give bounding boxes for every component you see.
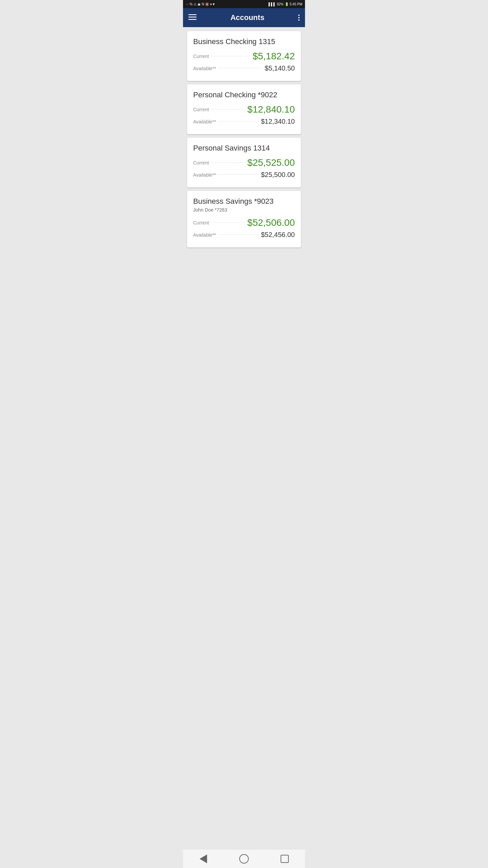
dots-6: [218, 174, 259, 175]
available-amount-2: $12,340.10: [261, 118, 295, 125]
nfc-icon: N: [202, 2, 204, 6]
dots-1: [211, 56, 251, 56]
signal-icon: ▌▌▌: [268, 2, 276, 6]
available-label-3: Available**: [193, 172, 216, 178]
dots-5: [211, 162, 245, 163]
available-balance-row-4: Available** $52,456.00: [193, 231, 295, 239]
account-name-3: Personal Savings 1314: [193, 144, 295, 153]
current-label-4: Current: [193, 220, 209, 225]
available-balance-row-1: Available** $5,140.50: [193, 64, 295, 72]
more-dot-3: [298, 19, 300, 21]
current-balance-row-1: Current $5,182.42: [193, 51, 295, 62]
status-right: ▌▌▌ 92% 🔋 5:45 PM: [268, 2, 302, 6]
account-card-3[interactable]: Personal Savings 1314 Current $25,525.00…: [187, 138, 301, 188]
available-amount-3: $25,500.00: [261, 171, 295, 179]
current-label-3: Current: [193, 160, 209, 165]
dots-4: [218, 121, 259, 121]
more-options-button[interactable]: [298, 15, 300, 21]
account-name-4: Business Savings *9023: [193, 197, 295, 206]
available-balance-row-3: Available** $25,500.00: [193, 171, 295, 179]
account-card-1[interactable]: Business Checking 1315 Current $5,182.42…: [187, 31, 301, 81]
svg-rect-2: [188, 19, 197, 20]
more-dot-1: [298, 15, 300, 16]
available-amount-1: $5,140.50: [265, 64, 295, 72]
available-label-4: Available**: [193, 232, 216, 238]
app-bar: Accounts: [183, 8, 305, 27]
more-dot-2: [298, 17, 300, 18]
current-amount-1: $5,182.42: [252, 51, 295, 62]
page-title: Accounts: [230, 13, 264, 22]
account-name-2: Personal Checking *9022: [193, 91, 295, 99]
dots-7: [211, 222, 245, 223]
warning-icon: ⚠: [194, 2, 197, 6]
available-balance-row-2: Available** $12,340.10: [193, 118, 295, 125]
account-card-4[interactable]: Business Savings *9023 John Doe *7263 Cu…: [187, 191, 301, 248]
current-balance-row-2: Current $12,840.10: [193, 104, 295, 115]
battery-icon: 🔋: [285, 2, 289, 6]
current-amount-4: $52,506.00: [247, 217, 295, 228]
current-balance-row-4: Current $52,506.00: [193, 217, 295, 228]
current-label-2: Current: [193, 107, 209, 112]
current-balance-row-3: Current $25,525.00: [193, 157, 295, 168]
current-label-1: Current: [193, 54, 209, 59]
mute-icon: 🔇: [205, 2, 209, 6]
status-bar: ··· % ⚠ ◉ N 🔇 ▾▼ ▌▌▌ 92% 🔋 5:45 PM: [183, 0, 305, 8]
svg-rect-1: [188, 17, 197, 18]
current-amount-3: $25,525.00: [247, 157, 295, 168]
available-label-2: Available**: [193, 119, 216, 124]
svg-rect-0: [188, 14, 197, 15]
account-subtitle-4: John Doe *7263: [193, 207, 295, 213]
dots-2: [218, 68, 263, 68]
time-display: 5:45 PM: [290, 2, 302, 6]
available-label-1: Available**: [193, 66, 216, 71]
bluetooth-icon: ◉: [198, 2, 201, 6]
account-card-2[interactable]: Personal Checking *9022 Current $12,840.…: [187, 84, 301, 134]
status-left: ··· % ⚠ ◉ N 🔇 ▾▼: [186, 2, 215, 6]
accounts-list: Business Checking 1315 Current $5,182.42…: [183, 27, 305, 250]
wifi-icon: ▾▼: [210, 2, 215, 6]
account-name-1: Business Checking 1315: [193, 37, 295, 46]
battery-percent: 92%: [277, 2, 284, 6]
dots-3: [211, 109, 245, 110]
menu-button[interactable]: [188, 13, 197, 22]
dots-8: [218, 234, 259, 235]
available-amount-4: $52,456.00: [261, 231, 295, 239]
current-amount-2: $12,840.10: [247, 104, 295, 115]
notification-icon: ···: [186, 2, 188, 6]
percent-icon: %: [189, 2, 192, 6]
